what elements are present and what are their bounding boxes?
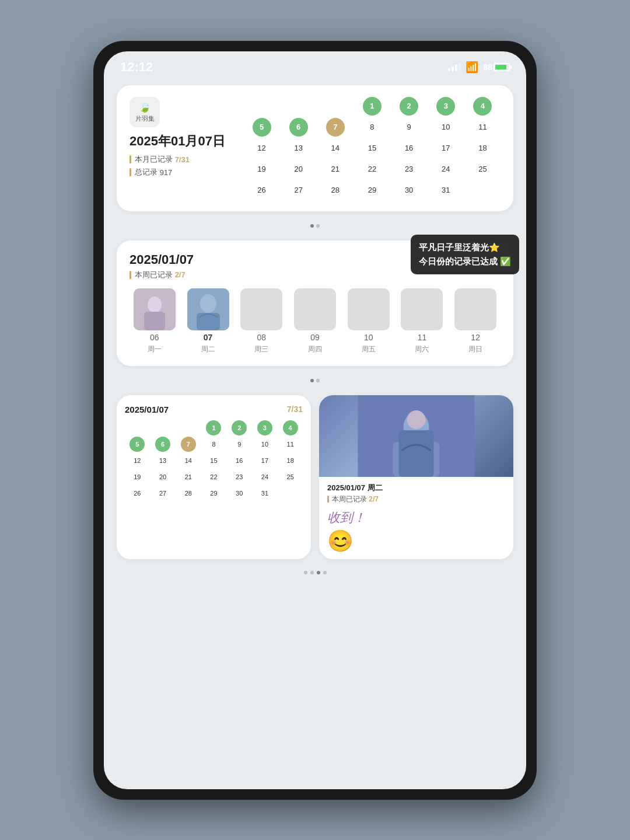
widget4-stat: 本周已记录 2/7 xyxy=(327,494,505,504)
week-photo xyxy=(454,288,496,330)
status-bar: 12:12 📶 88 xyxy=(104,51,526,79)
week-day-label: 周二 xyxy=(201,344,215,354)
svg-point-1 xyxy=(148,297,162,313)
battery-icon: 88 xyxy=(483,62,510,72)
week-photo xyxy=(134,288,176,330)
week-day-num: 07 xyxy=(204,333,213,342)
week-day-label: 周六 xyxy=(415,344,429,354)
cal-day: 4 xyxy=(473,97,492,116)
cal-day: 21 xyxy=(326,160,345,179)
cal-day: 7 xyxy=(326,118,345,137)
cal-day-small xyxy=(155,420,170,435)
cal-day-small: 12 xyxy=(130,453,145,468)
cal-day-small: 25 xyxy=(283,469,298,485)
week-grid: 06周一07周二08周三09周四10周五11周六12周日 xyxy=(130,288,501,354)
week-photo xyxy=(294,288,336,330)
widget-photo-card[interactable]: 2025/01/07 周二 本周已记录 2/7 收到！ 😊 xyxy=(319,395,513,559)
week-day-label: 周三 xyxy=(254,344,268,354)
cal-day: 1 xyxy=(363,97,382,116)
cal-day: 20 xyxy=(289,160,308,179)
bottom-row: 2025/01/07 7/31 123456789101112131415161… xyxy=(117,395,513,559)
cal-day-small: 6 xyxy=(155,437,170,452)
tooltip-line1: 平凡日子里泛着光⭐ xyxy=(419,241,511,255)
week-day-num: 09 xyxy=(310,333,320,342)
widget4-photo xyxy=(319,395,513,477)
cal-day-small: 7 xyxy=(181,437,196,452)
week-day-num: 08 xyxy=(257,333,266,342)
cal-day: 29 xyxy=(363,181,382,200)
cal-day-small: 27 xyxy=(155,486,170,501)
week-day-num: 06 xyxy=(150,333,159,342)
cal-day-small: 24 xyxy=(257,469,272,485)
cal-day-small: 18 xyxy=(283,453,298,468)
widget3-header: 2025/01/07 7/31 xyxy=(125,405,303,414)
widget3-count: 7/31 xyxy=(287,405,303,414)
cal-day: 5 xyxy=(253,118,271,137)
status-time: 12:12 xyxy=(120,60,153,75)
cal-day: 24 xyxy=(436,160,455,179)
monthly-stat: 本月已记录 7/31 xyxy=(130,154,235,165)
cal-day: 22 xyxy=(363,160,382,179)
cal-day-small: 11 xyxy=(283,437,298,452)
cal-day-small xyxy=(130,420,145,435)
week-day-label: 周五 xyxy=(362,344,376,354)
cal-day: 12 xyxy=(253,139,271,158)
cal-day-small xyxy=(181,420,196,435)
cal-day xyxy=(326,97,345,116)
widget-weekly[interactable]: 平凡日子里泛着光⭐ 今日份的记录已达成 ✅ 2025/01/07 本周已记录 2… xyxy=(117,241,513,366)
widget-calendar-small[interactable]: 2025/01/07 7/31 123456789101112131415161… xyxy=(117,395,311,559)
cal-day: 11 xyxy=(473,118,492,137)
widget4-date: 2025/01/07 周二 xyxy=(327,483,505,493)
cal-day: 16 xyxy=(400,139,418,158)
week-day-label: 周一 xyxy=(148,344,162,354)
widget3-date: 2025/01/07 xyxy=(125,405,169,414)
week-day-num: 12 xyxy=(471,333,480,342)
widget1-left: 🍃 片羽集 2025年01月07日 本月已记录 7/31 总记录 917 xyxy=(130,97,235,200)
cal-day-small: 20 xyxy=(155,469,170,485)
cal-day-small: 10 xyxy=(257,437,272,452)
cal-day: 14 xyxy=(326,139,345,158)
total-stat: 总记录 917 xyxy=(130,167,235,177)
cal-day-small: 2 xyxy=(232,420,247,435)
cal-day-small: 5 xyxy=(130,437,145,452)
cal-day-small: 4 xyxy=(283,420,298,435)
cal-day-small: 28 xyxy=(181,486,196,501)
widget-calendar-large[interactable]: 🍃 片羽集 2025年01月07日 本月已记录 7/31 总记录 917 123… xyxy=(117,85,513,211)
monthly-value: 7/31 xyxy=(175,155,190,164)
cal-day-small: 21 xyxy=(181,469,196,485)
widget4-smiley: 😊 xyxy=(327,529,505,553)
tooltip-line2: 今日份的记录已达成 ✅ xyxy=(419,255,511,269)
cal-day-small: 3 xyxy=(257,420,272,435)
week-day-cell: 12周日 xyxy=(450,288,501,354)
cal-day-small: 15 xyxy=(206,453,221,468)
cal-day: 8 xyxy=(363,118,382,137)
cal-day: 23 xyxy=(400,160,418,179)
cal-day-small: 31 xyxy=(257,486,272,501)
cal-day: 9 xyxy=(400,118,418,137)
scroll-indicator-2 xyxy=(117,377,513,385)
wifi-icon: 📶 xyxy=(466,61,478,74)
cal-day: 6 xyxy=(289,118,308,137)
page-dots xyxy=(117,570,513,578)
cal-day-small: 22 xyxy=(206,469,221,485)
week-photo xyxy=(187,288,229,330)
cal-day xyxy=(473,181,492,200)
week-photo xyxy=(348,288,390,330)
cal-day-small: 19 xyxy=(130,469,145,485)
cal-day: 19 xyxy=(253,160,271,179)
cal-day-small xyxy=(283,486,298,501)
cal-day xyxy=(253,97,271,116)
cal-day-small: 13 xyxy=(155,453,170,468)
cal-day-small: 26 xyxy=(130,486,145,501)
cal-day: 28 xyxy=(326,181,345,200)
main-scroll-area[interactable]: 🍃 片羽集 2025年01月07日 本月已记录 7/31 总记录 917 123… xyxy=(104,79,526,789)
week-day-cell: 10周五 xyxy=(344,288,394,354)
svg-rect-5 xyxy=(197,313,220,330)
cal-day xyxy=(289,97,308,116)
cal-day-small: 1 xyxy=(206,420,221,435)
cal-day-small: 29 xyxy=(206,486,221,501)
scroll-indicator-1 xyxy=(117,222,513,230)
week-day-cell: 06周一 xyxy=(130,288,180,354)
cal-day: 10 xyxy=(436,118,455,137)
week-day-label: 周四 xyxy=(308,344,322,354)
